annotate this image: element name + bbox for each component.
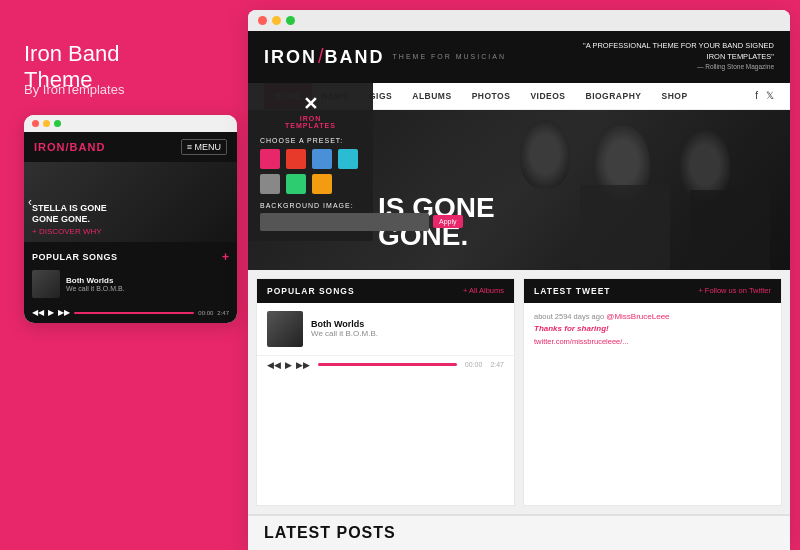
- apply-button[interactable]: Apply: [433, 215, 463, 228]
- preset-logo: ✕ IRONTEMPLATES: [260, 93, 361, 129]
- nav-item-photos[interactable]: PHOTOS: [462, 83, 521, 109]
- popular-songs-header: POPULAR SONGS + All Albums: [257, 279, 514, 303]
- time-total: 2:47: [490, 361, 504, 368]
- facebook-icon[interactable]: f: [755, 90, 758, 101]
- quote-source: — Rolling Stone Magazine: [697, 63, 774, 70]
- device-dot-yellow: [43, 120, 50, 127]
- all-albums-link[interactable]: + All Albums: [463, 286, 504, 295]
- device-header: IRON/BAND ≡ MENU: [24, 132, 237, 162]
- device-popular-title: POPULAR SONGS: [32, 252, 118, 262]
- device-song-title: Both Worlds: [66, 276, 125, 285]
- site-logo-slash: /: [318, 45, 324, 68]
- nav-item-biography[interactable]: BIOGRAPHY: [576, 83, 652, 109]
- device-left-arrow-icon[interactable]: ‹: [28, 195, 32, 209]
- song-main-title: Both Worlds: [311, 319, 378, 329]
- browser-dot-yellow: [272, 16, 281, 25]
- play-icon[interactable]: ▶: [48, 308, 54, 317]
- device-song-thumbnail: [32, 270, 60, 298]
- song-thumbnail: [267, 311, 303, 347]
- site-logo-iron: IRON: [264, 47, 317, 68]
- site-logo: IRON / BAND THEME FOR MUSICIAN: [264, 45, 506, 68]
- device-popular-songs: POPULAR SONGS + Both Worlds We call it B…: [24, 242, 237, 323]
- browser-content: IRON / BAND THEME FOR MUSICIAN "A PROFES…: [248, 31, 790, 550]
- song-subtitle: We call it B.O.M.B.: [311, 329, 378, 338]
- device-song-subtitle: We call it B.O.M.B.: [66, 285, 125, 292]
- device-time-total: 2:47: [217, 310, 229, 316]
- author-credit: By IronTemplates: [24, 82, 224, 97]
- device-time-current: 00:00: [198, 310, 213, 316]
- site-logo-band: BAND: [325, 47, 385, 68]
- next-icon[interactable]: ▶▶: [58, 308, 70, 317]
- next-track-icon[interactable]: ▶▶: [296, 360, 310, 370]
- popular-songs-section: POPULAR SONGS + All Albums Both Worlds W…: [256, 278, 515, 507]
- site-header: IRON / BAND THEME FOR MUSICIAN "A PROFES…: [248, 31, 790, 83]
- song-list-item: Both Worlds We call it B.O.M.B.: [257, 303, 514, 356]
- device-song-row: Both Worlds We call it B.O.M.B.: [32, 270, 229, 298]
- figure-3: [520, 120, 570, 188]
- device-player-controls[interactable]: ◀◀ ▶ ▶▶ 00:00 2:47: [32, 304, 229, 319]
- tweet-link[interactable]: twitter.com/missbruceleee/...: [534, 337, 629, 346]
- device-dot-red: [32, 120, 39, 127]
- preset-colors-row1: [260, 149, 361, 169]
- device-menu-button[interactable]: ≡ MENU: [181, 139, 227, 155]
- player-controls[interactable]: ◀◀ ▶ ▶▶ 00:00 2:47: [257, 356, 514, 376]
- latest-tweet-header: LATEST TWEET + Follow us on Twitter: [524, 279, 781, 303]
- preset-choose-label: CHOOSE A PRESET:: [260, 137, 361, 144]
- browser-title-bar: [248, 10, 790, 31]
- preset-color-orange[interactable]: [312, 174, 332, 194]
- play-pause-icon[interactable]: ▶: [285, 360, 292, 370]
- preset-brand-label: IRONTEMPLATES: [260, 115, 361, 129]
- bg-input-row: Apply: [260, 213, 361, 231]
- device-hero: ‹ STELLA IS GONE GONE GONE. + DISCOVER W…: [24, 162, 237, 242]
- song-progress-bar: [318, 363, 457, 366]
- left-panel: Iron Band Theme By IronTemplates IRON/BA…: [0, 0, 248, 550]
- browser-dot-red: [258, 16, 267, 25]
- device-logo: IRON/BAND: [34, 141, 105, 153]
- twitter-icon[interactable]: 𝕏: [766, 90, 774, 101]
- device-popular-plus-icon[interactable]: +: [222, 250, 229, 264]
- tweet-time: about 2594 days ago: [534, 312, 604, 321]
- tweet-text: Thanks for sharing!: [534, 324, 609, 333]
- device-hero-text: STELLA IS GONE GONE GONE. + DISCOVER WHY: [24, 197, 115, 242]
- nav-item-albums[interactable]: ALBUMS: [402, 83, 461, 109]
- nav-item-videos[interactable]: VIDEOS: [520, 83, 575, 109]
- latest-posts-bar: LATEST POSTS: [248, 514, 790, 550]
- preset-colors-row2: [260, 174, 361, 194]
- iron-templates-icon: ✕: [260, 93, 361, 115]
- popular-songs-title: POPULAR SONGS: [267, 286, 355, 296]
- preset-color-pink[interactable]: [260, 149, 280, 169]
- preset-color-blue[interactable]: [312, 149, 332, 169]
- device-discover-link[interactable]: + DISCOVER WHY: [32, 227, 107, 237]
- song-details: Both Worlds We call it B.O.M.B.: [311, 319, 378, 338]
- bottom-content: POPULAR SONGS + All Albums Both Worlds W…: [248, 270, 790, 515]
- title-iron-band: Iron Band: [24, 42, 224, 66]
- device-progress-bar: [74, 312, 194, 314]
- device-popular-header: POPULAR SONGS +: [32, 250, 229, 264]
- browser-dot-green: [286, 16, 295, 25]
- latest-tweet-section: LATEST TWEET + Follow us on Twitter abou…: [523, 278, 782, 507]
- tweet-body: about 2594 days ago @MissBruceLeee Thank…: [524, 303, 781, 357]
- figure-body-2: [580, 185, 670, 270]
- preset-color-red[interactable]: [286, 149, 306, 169]
- device-dot-green: [54, 120, 61, 127]
- latest-tweet-title: LATEST TWEET: [534, 286, 611, 296]
- site-quote: "A PROFESSIONAL THEME FOR YOUR BAND SIGN…: [574, 41, 774, 73]
- time-current: 00:00: [465, 361, 483, 368]
- nav-item-shop[interactable]: SHOP: [651, 83, 697, 109]
- bg-image-label: BACKGROUND IMAGE:: [260, 202, 361, 209]
- site-tagline: THEME FOR MUSICIAN: [393, 53, 506, 60]
- prev-icon[interactable]: ◀◀: [32, 308, 44, 317]
- latest-posts-title: LATEST POSTS: [264, 524, 774, 542]
- preset-color-green[interactable]: [286, 174, 306, 194]
- tweet-user[interactable]: @MissBruceLeee: [606, 312, 669, 321]
- device-song-info: Both Worlds We call it B.O.M.B.: [66, 276, 125, 292]
- follow-twitter-link[interactable]: + Follow us on Twitter: [698, 286, 771, 295]
- browser-mockup: IRON / BAND THEME FOR MUSICIAN "A PROFES…: [248, 10, 790, 550]
- bg-image-input[interactable]: [260, 213, 429, 231]
- mobile-mockup: IRON/BAND ≡ MENU ‹ STELLA IS GONE GONE G…: [24, 115, 237, 323]
- preset-color-gray[interactable]: [260, 174, 280, 194]
- preset-panel: ✕ IRONTEMPLATES CHOOSE A PRESET: BACKGRO…: [248, 83, 373, 241]
- preset-color-cyan[interactable]: [338, 149, 358, 169]
- prev-track-icon[interactable]: ◀◀: [267, 360, 281, 370]
- site-nav: HOME NEWS GIGS ALBUMS PHOTOS VIDEOS BIOG…: [248, 83, 790, 110]
